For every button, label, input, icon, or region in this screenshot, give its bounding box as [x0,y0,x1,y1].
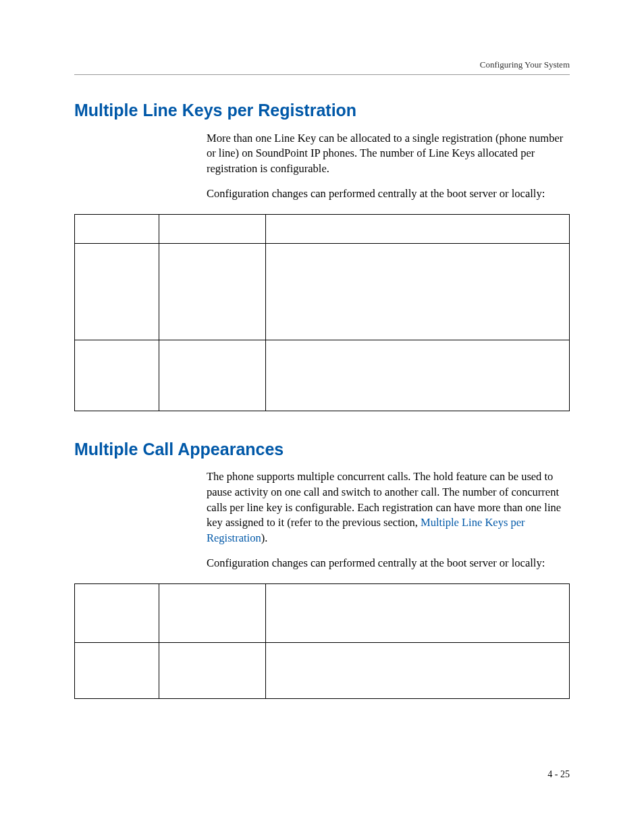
cell [266,642,570,698]
table-row [75,642,570,698]
cell [159,340,266,411]
page-number: 4 - 25 [547,769,570,780]
cell [266,340,570,411]
table-row [75,214,570,243]
body-block-1: More than one Line Key can be allocated … [207,131,570,202]
cell [159,243,266,340]
cell [266,214,570,243]
cell [75,642,159,698]
table-row [75,583,570,642]
cell [159,214,266,243]
para-s2-1b: ). [261,531,268,544]
heading-multiple-line-keys: Multiple Line Keys per Registration [74,99,570,122]
page: Configuring Your System Multiple Line Ke… [0,0,644,834]
cell [159,583,266,642]
table-row [75,243,570,340]
para-s1-2: Configuration changes can performed cent… [207,186,570,202]
para-s2-2: Configuration changes can performed cent… [207,556,570,571]
body-block-2: The phone supports multiple concurrent c… [207,469,570,571]
running-header: Configuring Your System [74,59,570,75]
table-row [75,340,570,411]
cell [266,583,570,642]
cell [159,642,266,698]
heading-multiple-call-appearances: Multiple Call Appearances [74,438,570,461]
para-s1-1: More than one Line Key can be allocated … [207,131,570,177]
cell [75,214,159,243]
config-table-1 [74,214,570,411]
cell [266,243,570,340]
cell [75,583,159,642]
cell [75,243,159,340]
config-table-2 [74,583,570,699]
para-s2-1: The phone supports multiple concurrent c… [207,469,570,546]
cell [75,340,159,411]
